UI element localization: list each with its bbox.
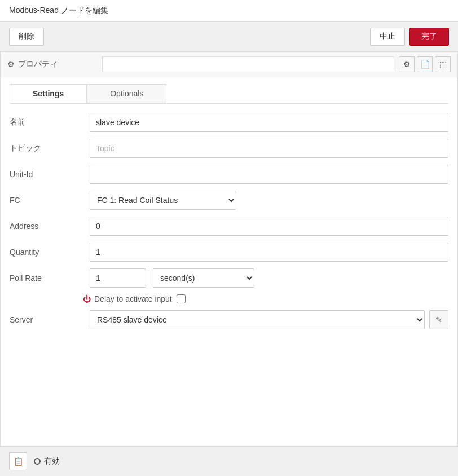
toolbar: 削除 中止 完了: [0, 22, 458, 51]
server-edit-button[interactable]: ✎: [429, 310, 448, 329]
tab-settings[interactable]: Settings: [10, 84, 87, 103]
name-input[interactable]: [90, 113, 448, 132]
pollrate-row: Poll Rate second(s) minute(s) hour(s): [10, 268, 448, 288]
page-title: Modbus-Read ノードを編集: [9, 6, 108, 15]
server-row: Server RS485 slave device ✎: [10, 310, 448, 329]
properties-title-group: ⚙ プロパティ: [7, 59, 98, 69]
properties-label: プロパティ: [18, 59, 58, 69]
delay-checkbox[interactable]: [177, 294, 186, 303]
settings-icon-btn[interactable]: ⚙: [399, 56, 415, 72]
name-row: 名前: [10, 113, 448, 132]
server-label: Server: [10, 315, 83, 324]
fc-label: FC: [10, 196, 83, 205]
fc-select[interactable]: FC 1: Read Coil Status FC 2: Read Input …: [90, 191, 236, 210]
tabs-container: Settings Optionals: [1, 77, 457, 103]
export-icon-btn[interactable]: ⬚: [435, 56, 451, 72]
status-label: 有効: [44, 456, 60, 466]
topic-input[interactable]: [90, 139, 448, 158]
status-circle-icon: [34, 458, 41, 465]
quantity-label: Quantity: [10, 248, 83, 257]
title-bar: Modbus-Read ノードを編集: [0, 0, 458, 22]
tab-optionals[interactable]: Optionals: [87, 84, 166, 103]
topic-row: トピック: [10, 139, 448, 158]
gear-icon: ⚙: [7, 60, 15, 69]
quantity-row: Quantity: [10, 243, 448, 262]
properties-header: ⚙ プロパティ ⚙ 📄 ⬚: [1, 52, 457, 77]
properties-search-input[interactable]: [102, 56, 394, 72]
quantity-input[interactable]: [90, 243, 448, 262]
note-icon-btn[interactable]: 📋: [9, 452, 27, 470]
delay-label-group: ⏻ Delay to activate input: [83, 294, 172, 303]
unitid-input[interactable]: [90, 165, 448, 184]
topic-label: トピック: [10, 143, 83, 153]
delay-row: ⏻ Delay to activate input: [10, 294, 448, 303]
bottom-bar: 📋 有効: [0, 446, 458, 476]
unitid-label: Unit-Id: [10, 170, 83, 179]
delay-label-text: Delay to activate input: [94, 294, 172, 303]
server-select[interactable]: RS485 slave device: [90, 310, 425, 329]
form-body: 名前 トピック Unit-Id FC FC 1: Read Coil Statu…: [1, 104, 457, 345]
header-icons: ⚙ 📄 ⬚: [399, 56, 451, 72]
pencil-icon: ✎: [435, 315, 442, 324]
power-icon: ⏻: [83, 294, 91, 303]
page-container: Modbus-Read ノードを編集 削除 中止 完了 ⚙ プロパティ ⚙ 📄 …: [0, 0, 458, 476]
address-label: Address: [10, 222, 83, 231]
pollrate-input[interactable]: [90, 268, 146, 288]
status-indicator: 有効: [34, 456, 60, 466]
note-icon: 📋: [14, 457, 23, 466]
pollrate-unit-select[interactable]: second(s) minute(s) hour(s): [153, 268, 254, 288]
fc-row: FC FC 1: Read Coil Status FC 2: Read Inp…: [10, 191, 448, 210]
properties-section: ⚙ プロパティ ⚙ 📄 ⬚ Settings Optionals 名前: [0, 51, 458, 446]
doc-icon-btn[interactable]: 📄: [417, 56, 433, 72]
pollrate-label: Poll Rate: [10, 274, 83, 283]
done-button[interactable]: 完了: [409, 28, 449, 46]
delete-button[interactable]: 削除: [9, 28, 44, 46]
server-controls: RS485 slave device ✎: [90, 310, 448, 329]
unitid-row: Unit-Id: [10, 165, 448, 184]
name-label: 名前: [10, 117, 83, 127]
cancel-button[interactable]: 中止: [370, 28, 405, 46]
address-input[interactable]: [90, 217, 448, 236]
address-row: Address: [10, 217, 448, 236]
